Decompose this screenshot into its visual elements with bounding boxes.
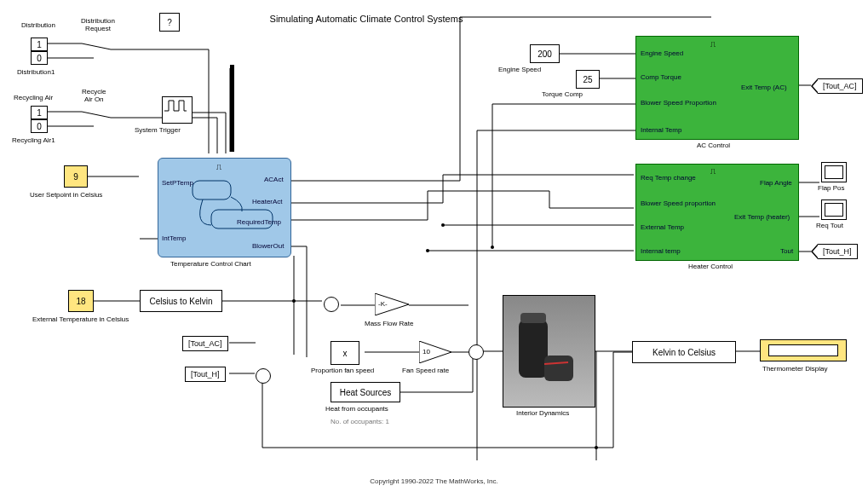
heater-trigger-icon: ⎍	[710, 166, 716, 176]
heater-ctrl-lbl: Heater Control	[688, 263, 733, 270]
fan-rate-lbl: Fan Speed rate	[402, 367, 449, 374]
pulse-icon	[163, 97, 188, 114]
port-blower: BlowerOut	[252, 242, 284, 250]
ac-int-t: Internal Temp	[641, 126, 681, 134]
h-extt: External Temp	[641, 223, 684, 231]
mux-bar	[230, 65, 234, 152]
ext-temp-const[interactable]: 18	[68, 290, 94, 312]
torque-const[interactable]: 25	[576, 70, 600, 89]
product-block[interactable]: x	[331, 341, 359, 365]
thermometer-display[interactable]	[760, 339, 847, 361]
thermo-lbl: Thermometer Display	[762, 365, 827, 373]
mass-flow-lbl: Mass Flow Rate	[365, 320, 413, 327]
svg-point-1	[491, 246, 494, 249]
flap-scope[interactable]	[821, 162, 847, 182]
goto-tout-h[interactable]: [Tout_H]	[818, 244, 858, 259]
temp-chart-lbl: Temperature Control Chart	[170, 260, 251, 268]
svg-point-3	[426, 249, 429, 252]
sum1[interactable]	[256, 368, 271, 384]
occupants-lbl: No. of occupants: 1	[331, 418, 389, 425]
system-trigger-block[interactable]	[162, 96, 193, 124]
trigger-icon: ⎍	[216, 162, 221, 171]
recy1-bot[interactable]: 0	[31, 119, 48, 133]
c2k-block[interactable]: Celsius to Kelvin	[140, 290, 222, 312]
from-tout-ac[interactable]: [Tout_AC]	[182, 336, 228, 351]
recy1-top[interactable]: 1	[31, 106, 48, 119]
user-setpoint-lbl: User Setpoint in Celsius	[30, 191, 102, 199]
svg-rect-5	[193, 181, 231, 199]
svg-point-4	[595, 446, 598, 449]
svg-rect-9	[519, 320, 548, 378]
h-blowp: Blower Speed proportion	[641, 199, 716, 207]
ac-blow-p: Blower Speed Proportion	[641, 99, 716, 107]
h-flap: Flap Angle	[760, 179, 792, 187]
ext-temp-lbl: External Temperature in Celsius	[32, 315, 129, 323]
dist-req-label: Distribution Request	[81, 17, 115, 32]
distribution-label: Distribution	[21, 21, 55, 29]
reqtout-lbl: Req Tout	[816, 222, 843, 229]
ac-trigger-icon: ⎍	[710, 39, 716, 49]
recycling-air1-lbl: Recycling Air1	[12, 136, 55, 144]
heat-sources-block[interactable]: Heat Sources	[331, 382, 400, 402]
svg-rect-10	[544, 356, 573, 381]
torque-lbl: Torque Comp	[542, 90, 583, 98]
ac-ctrl-lbl: AC Control	[697, 142, 730, 149]
interior-lbl: Interior Dynamics	[516, 409, 569, 417]
distribution1-label: Distribution1	[17, 68, 55, 76]
ac-exit: Exit Temp (AC)	[741, 84, 787, 91]
sum2[interactable]	[324, 297, 339, 312]
gain-10[interactable]: 10	[419, 341, 451, 363]
h-tout: Tout	[780, 247, 793, 255]
reqtout-scope[interactable]	[821, 199, 847, 220]
svg-rect-11	[520, 313, 546, 323]
port-setptemp: SetPTemp	[162, 179, 193, 187]
heat-occ-lbl: Heat from occupants	[325, 405, 388, 413]
car-seat-icon	[503, 296, 595, 407]
recycling-air-lbl: Recycling Air	[14, 94, 53, 101]
sys-trigger-lbl: System Trigger	[135, 126, 181, 134]
sum3[interactable]	[468, 344, 484, 360]
dist1-top[interactable]: 1	[31, 38, 48, 51]
k2c-block[interactable]: Kelvin to Celsius	[632, 341, 736, 363]
from-tout-h[interactable]: [Tout_H]	[185, 367, 226, 382]
help-button[interactable]: ?	[159, 13, 180, 32]
port-reqtemp: RequiredTemp	[237, 218, 281, 226]
dist1-bot[interactable]: 0	[31, 51, 48, 65]
prop-fan-lbl: Proportion fan speed	[311, 367, 374, 374]
port-acact: ACAct	[264, 176, 284, 183]
h-reqtc: Req Temp change	[641, 174, 696, 182]
recycle-on-lbl: Recycle Air On	[82, 88, 106, 103]
port-heater: HeaterAct	[252, 198, 283, 205]
interior-dynamics-block[interactable]	[503, 295, 595, 408]
svg-point-2	[441, 223, 445, 227]
copyright: Copyright 1990-2022 The MathWorks, Inc.	[0, 477, 868, 485]
engine-lbl: Engine Speed	[498, 66, 541, 73]
ac-comp-t: Comp Torque	[641, 73, 681, 81]
svg-point-0	[292, 299, 296, 303]
ac-eng-spd: Engine Speed	[641, 49, 683, 57]
gain-k[interactable]: -K-	[375, 293, 409, 315]
diagram-title: Simulating Automatic Climate Control Sys…	[256, 14, 477, 24]
engine-const[interactable]: 200	[530, 44, 560, 63]
flap-lbl: Flap Pos	[818, 184, 845, 192]
goto-tout-ac[interactable]: [Tout_AC]	[818, 78, 863, 94]
h-intt: Internal temp	[641, 247, 681, 255]
h-exith: Exit Temp (heater)	[734, 213, 790, 221]
port-inttemp: IntTemp	[162, 234, 186, 242]
user-setpoint-const[interactable]: 9	[64, 165, 88, 188]
